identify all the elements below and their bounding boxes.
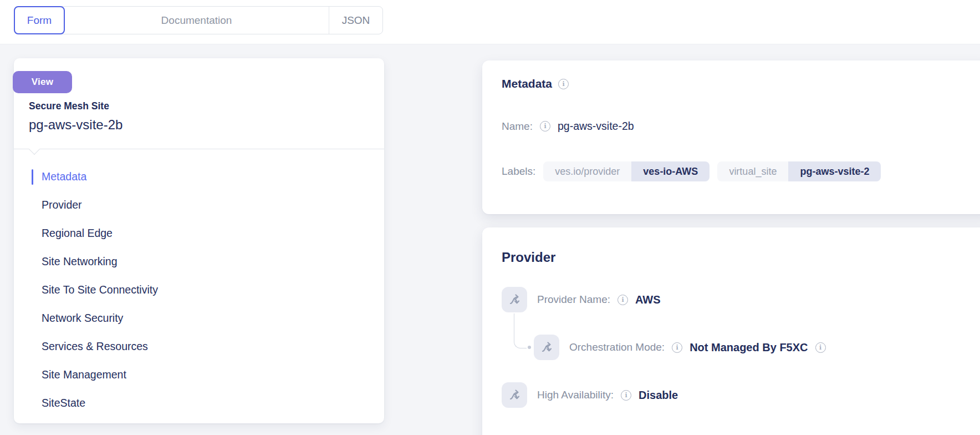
metadata-title-text: Metadata: [502, 77, 552, 90]
provider-name-label: Provider Name:: [537, 294, 610, 306]
labels-label: Labels:: [502, 165, 535, 178]
info-icon[interactable]: [617, 295, 628, 305]
provider-card-title: Provider: [502, 250, 555, 265]
sidebar-item-regional-edge[interactable]: Regional Edge: [14, 219, 384, 247]
provider-name-row: Provider Name: AWS: [537, 287, 661, 312]
tree-connector: [514, 313, 527, 348]
name-value: pg-aws-vsite-2b: [558, 120, 634, 133]
sidebar-item-provider[interactable]: Provider: [14, 191, 384, 219]
branch-icon: [507, 388, 522, 402]
resource-name: pg-aws-vsite-2b: [29, 115, 122, 134]
tab-json[interactable]: JSON: [329, 7, 382, 34]
orchestration-mode-label: Orchestration Mode:: [569, 341, 665, 353]
resource-type-label: Secure Mesh Site: [29, 100, 109, 112]
panel-divider: [14, 149, 384, 149]
tab-documentation[interactable]: Documentation: [64, 7, 329, 34]
info-icon[interactable]: [672, 342, 682, 353]
provider-name-value: AWS: [635, 294, 661, 306]
name-label: Name:: [502, 120, 533, 133]
metadata-name-row: Name: pg-aws-vsite-2b: [502, 120, 634, 133]
sidebar-item-sitestate[interactable]: SiteState: [14, 389, 384, 417]
section-nav: Metadata Provider Regional Edge Site Net…: [14, 163, 384, 417]
metadata-card: Metadata Name: pg-aws-vsite-2b Labels: v…: [482, 60, 980, 214]
branch-icon-box[interactable]: [502, 287, 527, 312]
label-value-pill: pg-aws-vsite-2: [788, 161, 881, 181]
view-mode-badge: View: [13, 71, 72, 93]
label-value-pill: ves-io-AWS: [631, 161, 710, 181]
tab-form[interactable]: Form: [14, 6, 65, 34]
info-icon[interactable]: [621, 390, 631, 401]
label-key-pill: ves.io/provider: [543, 161, 631, 181]
branch-icon-box[interactable]: [534, 335, 559, 360]
high-availability-row: High Availability: Disable: [537, 382, 678, 408]
high-availability-value: Disable: [639, 389, 678, 402]
label-key-pill: virtual_site: [717, 161, 788, 181]
sidebar-item-site-to-site-connectivity[interactable]: Site To Site Connectivity: [14, 276, 384, 304]
sidebar-item-services-resources[interactable]: Services & Resources: [14, 332, 384, 361]
sidebar-item-site-networking[interactable]: Site Networking: [14, 247, 384, 276]
sidebar-item-metadata[interactable]: Metadata: [14, 163, 384, 191]
sidebar-item-network-security[interactable]: Network Security: [14, 304, 384, 332]
label-pair: virtual_site pg-aws-vsite-2: [717, 161, 881, 181]
branch-icon: [539, 340, 554, 355]
orchestration-mode-value: Not Managed By F5XC: [690, 341, 808, 354]
sidebar-item-site-management[interactable]: Site Management: [14, 361, 384, 389]
provider-card: Provider Provider Name: AWS Orchestratio…: [482, 227, 980, 435]
metadata-labels-row: Labels: ves.io/provider ves-io-AWS virtu…: [502, 161, 881, 181]
view-mode-segmented-control: Form Documentation JSON: [14, 6, 383, 34]
info-icon[interactable]: [558, 79, 569, 89]
metadata-card-title: Metadata: [502, 77, 569, 90]
info-icon[interactable]: [540, 121, 550, 131]
divider-notch-icon: [29, 144, 40, 155]
tree-connector-dot: [528, 346, 531, 349]
form-nav-panel: View Secure Mesh Site pg-aws-vsite-2b Me…: [14, 58, 384, 423]
top-header: Form Documentation JSON: [0, 0, 980, 44]
branch-icon-box[interactable]: [502, 382, 527, 408]
branch-icon: [507, 292, 522, 307]
high-availability-label: High Availability:: [537, 389, 614, 401]
orchestration-mode-row: Orchestration Mode: Not Managed By F5XC: [569, 335, 826, 360]
label-pair: ves.io/provider ves-io-AWS: [543, 161, 710, 181]
info-icon[interactable]: [815, 342, 826, 353]
